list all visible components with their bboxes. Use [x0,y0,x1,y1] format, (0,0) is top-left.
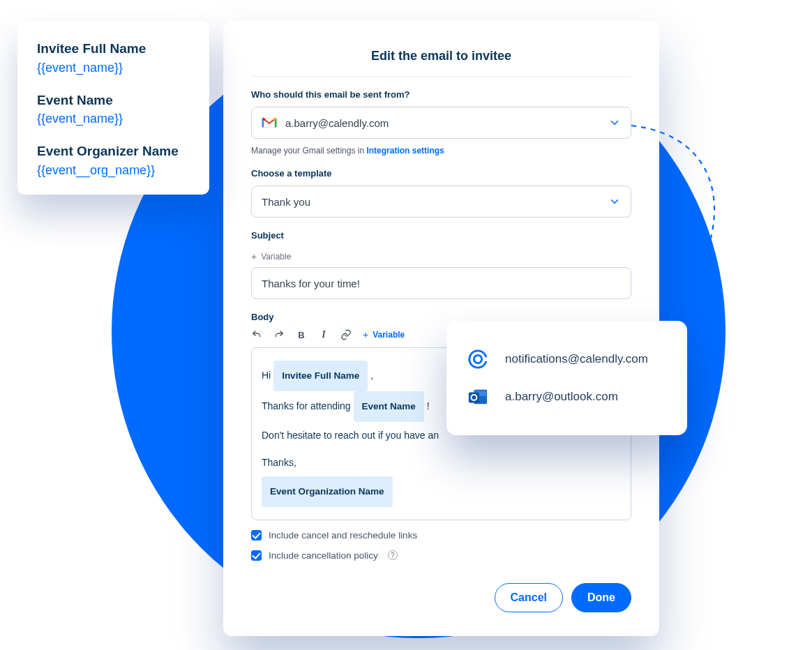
done-button[interactable]: Done [571,583,631,612]
plus-icon: + [251,252,257,262]
sender-option-outlook[interactable]: a.barry@outlook.com [467,378,666,416]
chevron-down-icon [608,116,621,129]
svg-point-1 [474,355,481,363]
legend-item: Event Name {{event_name}} [37,92,190,127]
checkbox-label: Include cancel and reschedule links [269,530,417,541]
svg-rect-2 [484,357,488,361]
plus-icon: + [363,330,368,340]
template-value: Thank you [262,196,310,208]
legend-token: {{event__org_name}} [37,163,190,178]
legend-title: Event Name [37,92,190,109]
variable-chip-event[interactable]: Event Name [354,391,424,422]
svg-rect-5 [469,392,479,402]
gmail-hint: Manage your Gmail settings in Integratio… [251,146,631,156]
add-variable-body[interactable]: + Variable [363,330,405,340]
include-policy-checkbox[interactable] [251,550,262,561]
checkbox-label: Include cancellation policy [269,550,378,561]
body-line: Event Organization Name [262,476,621,507]
sender-option-label: a.barry@outlook.com [505,390,618,404]
variable-chip-invitee[interactable]: Invitee Full Name [273,361,368,391]
italic-button[interactable]: I [318,329,329,340]
dialog-footer: Cancel Done [251,583,631,612]
variable-legend-card: Invitee Full Name {{event_name}} Event N… [17,21,209,195]
template-label: Choose a template [251,168,631,179]
cancel-button[interactable]: Cancel [495,583,563,612]
include-cancel-links-row: Include cancel and reschedule links [251,530,631,541]
sender-option-label: notifications@calendly.com [505,352,648,366]
body-line: Thanks, [262,449,621,476]
legend-token: {{event_name}} [37,112,190,126]
legend-title: Event Organizer Name [37,143,190,160]
variable-chip-org[interactable]: Event Organization Name [262,476,393,507]
add-variable-subject[interactable]: + Variable [251,252,291,262]
legend-item: Event Organizer Name {{event__org_name}} [37,143,190,178]
link-icon[interactable] [340,329,352,340]
calendly-icon [467,349,488,370]
bold-button[interactable]: B [296,329,307,340]
legend-token: {{event_name}} [37,61,190,75]
redo-icon[interactable] [273,329,285,340]
legend-item: Invitee Full Name {{event_name}} [37,40,190,75]
include-cancel-links-checkbox[interactable] [251,530,262,541]
sender-dropdown-popover: notifications@calendly.com a.barry@outlo… [446,321,687,435]
template-select[interactable]: Thank you [251,186,631,218]
sender-option-calendly[interactable]: notifications@calendly.com [467,340,666,378]
undo-icon[interactable] [251,329,262,340]
legend-title: Invitee Full Name [37,40,190,58]
subject-input[interactable] [251,267,631,299]
help-icon[interactable]: ? [388,550,398,560]
sender-label: Who should this email be sent from? [251,89,631,100]
subject-label: Subject [251,230,631,241]
include-policy-row: Include cancellation policy ? [251,550,631,561]
sender-select[interactable]: a.barry@calendly.com [251,107,631,139]
outlook-icon [467,386,488,407]
chevron-down-icon [608,195,621,208]
gmail-icon [262,116,277,129]
svg-point-0 [469,351,486,368]
sender-value: a.barry@calendly.com [285,117,389,129]
dialog-title: Edit the email to invitee [251,49,631,77]
integration-settings-link[interactable]: Integration settings [366,146,444,156]
